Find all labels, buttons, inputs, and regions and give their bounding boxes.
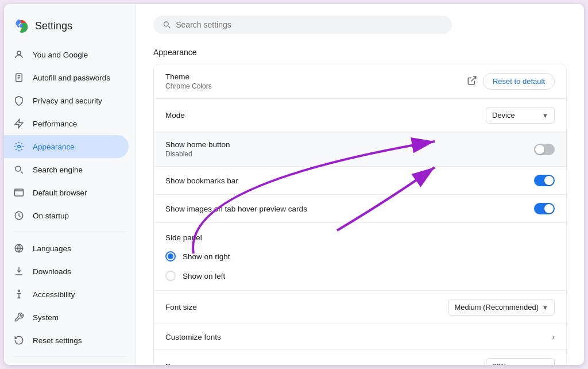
sidebar-label-performance: Performance	[33, 120, 77, 128]
tab-hover-toggle[interactable]	[534, 203, 555, 214]
section-title: Appearance	[153, 48, 567, 57]
sidebar-item-reset-settings[interactable]: Reset settings	[4, 329, 129, 352]
languages-icon	[13, 243, 25, 254]
radio-show-on-right-circle	[165, 251, 176, 262]
theme-row-left: Theme Chrome Colors	[165, 72, 212, 90]
bookmarks-bar-label: Show bookmarks bar	[165, 176, 238, 185]
chrome-logo-icon	[13, 18, 29, 34]
sidebar-item-privacy[interactable]: Privacy and security	[4, 89, 129, 112]
sidebar-item-on-startup[interactable]: On startup	[4, 204, 129, 227]
sidebar-item-downloads[interactable]: Downloads	[4, 260, 129, 283]
customize-fonts-row[interactable]: Customize fonts ›	[154, 324, 566, 350]
sidebar-label-search-engine: Search engine	[33, 166, 83, 174]
reset-icon	[13, 335, 25, 346]
shield-icon	[13, 95, 25, 106]
radio-show-on-left-circle	[165, 271, 176, 281]
mode-dropdown[interactable]: Device ▼	[486, 107, 555, 124]
sidebar-divider-2	[13, 356, 126, 357]
page-zoom-dropdown-arrow: ▼	[542, 363, 548, 366]
page-zoom-value: 90%	[492, 362, 507, 365]
sidebar-label-accessibility: Accessibility	[33, 290, 75, 299]
sidebar-label-default-browser: Default browser	[33, 189, 87, 197]
search-input[interactable]	[176, 20, 443, 29]
search-bar[interactable]	[153, 16, 452, 34]
reset-to-default-button[interactable]: Reset to default	[483, 73, 555, 90]
page-zoom-dropdown[interactable]: 90% ▼	[486, 358, 555, 365]
sidebar-item-autofill[interactable]: Autofill and passwords	[4, 66, 129, 89]
theme-sublabel: Chrome Colors	[165, 82, 212, 90]
bookmarks-bar-toggle-knob	[544, 176, 554, 185]
theme-row: Theme Chrome Colors Reset to default	[154, 64, 566, 99]
sidebar-label-on-startup: On startup	[33, 212, 69, 220]
main-content-wrapper: Appearance Theme Chrome Colors	[136, 4, 584, 365]
sidebar-divider	[13, 232, 126, 232]
sidebar-label-autofill: Autofill and passwords	[33, 74, 110, 82]
home-button-label: Show home button	[165, 140, 230, 149]
home-button-sublabel: Disabled	[165, 150, 230, 158]
bookmarks-bar-row-right	[534, 175, 555, 186]
accessibility-icon	[13, 289, 25, 300]
radio-show-on-right-label: Show on right	[183, 252, 230, 261]
mode-row-right: Device ▼	[486, 107, 555, 124]
sidebar-label-you-and-google: You and Google	[33, 51, 88, 59]
sidebar-item-languages[interactable]: Languages	[4, 237, 129, 260]
tab-hover-label: Show images on tab hover preview cards	[165, 205, 307, 213]
sidebar-item-system[interactable]: System	[4, 306, 129, 329]
autofill-icon	[13, 72, 25, 83]
sidebar-item-search-engine[interactable]: Search engine	[4, 158, 129, 181]
svg-rect-7	[15, 189, 24, 196]
sidebar: Settings You and Google Autofill and pas…	[4, 4, 136, 365]
tab-hover-toggle-knob	[544, 204, 554, 213]
bookmarks-bar-toggle[interactable]	[534, 175, 555, 186]
radio-show-on-left-label: Show on left	[183, 272, 225, 280]
side-panel-label: Side panel	[165, 228, 555, 247]
mode-row: Mode Device ▼	[154, 99, 566, 132]
side-panel-group: Side panel Show on right Show on left	[154, 223, 566, 291]
bookmarks-bar-row: Show bookmarks bar	[154, 167, 566, 195]
page-zoom-row-right: 90% ▼	[486, 358, 555, 365]
svg-point-15	[164, 22, 169, 26]
theme-external-link-icon[interactable]	[467, 75, 477, 88]
bookmarks-bar-row-left: Show bookmarks bar	[165, 176, 238, 185]
home-button-toggle-knob	[535, 145, 544, 154]
settings-card: Theme Chrome Colors Reset to default	[153, 64, 567, 365]
theme-label: Theme	[165, 72, 212, 81]
sidebar-item-extensions[interactable]: Extensions ↗	[4, 362, 129, 365]
tab-hover-row-left: Show images on tab hover preview cards	[165, 205, 307, 213]
sidebar-label-downloads: Downloads	[33, 267, 71, 276]
font-size-row-right: Medium (Recommended) ▼	[448, 299, 555, 316]
home-button-row: Show home button Disabled	[154, 132, 566, 167]
page-zoom-label: Page zoom	[165, 362, 204, 365]
sidebar-item-appearance[interactable]: Appearance	[4, 135, 129, 158]
tab-hover-row: Show images on tab hover preview cards	[154, 195, 566, 223]
font-size-row-left: Font size	[165, 303, 197, 312]
svg-point-10	[18, 290, 20, 292]
person-icon	[13, 49, 25, 60]
sidebar-item-performance[interactable]: Performance	[4, 112, 129, 135]
home-button-row-right	[534, 144, 555, 155]
home-button-toggle[interactable]	[534, 144, 555, 155]
tab-hover-row-right	[534, 203, 555, 214]
font-size-dropdown[interactable]: Medium (Recommended) ▼	[448, 299, 555, 316]
sidebar-item-default-browser[interactable]: Default browser	[4, 181, 129, 204]
sidebar-item-accessibility[interactable]: Accessibility	[4, 283, 129, 306]
svg-point-5	[18, 145, 21, 148]
sidebar-label-reset-settings: Reset settings	[33, 336, 82, 345]
page-zoom-row: Page zoom 90% ▼	[154, 350, 566, 365]
mode-row-left: Mode	[165, 111, 185, 120]
radio-show-on-right[interactable]: Show on right	[165, 247, 555, 266]
mode-value: Device	[492, 111, 515, 120]
main-content: Appearance Theme Chrome Colors	[136, 4, 584, 365]
system-icon	[13, 312, 25, 323]
performance-icon	[13, 118, 25, 129]
app-header: Settings	[4, 13, 136, 43]
font-size-value: Medium (Recommended)	[454, 303, 539, 312]
font-size-dropdown-arrow: ▼	[542, 304, 548, 311]
sidebar-label-appearance: Appearance	[33, 143, 75, 151]
mode-label: Mode	[165, 111, 185, 120]
radio-show-on-left[interactable]: Show on left	[165, 266, 555, 286]
customize-fonts-label: Customize fonts	[165, 333, 221, 341]
svg-line-16	[471, 76, 475, 81]
browser-icon	[13, 187, 25, 198]
sidebar-item-you-and-google[interactable]: You and Google	[4, 43, 129, 66]
